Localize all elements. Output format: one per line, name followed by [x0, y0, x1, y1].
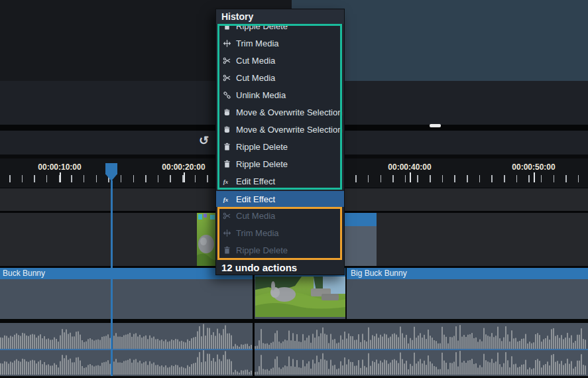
undo-count-label: 12 undo actions [216, 260, 344, 276]
ruler-tick [467, 175, 468, 182]
ruler-tick [528, 175, 530, 182]
scissors-icon [222, 212, 231, 220]
ruler-tick [355, 175, 357, 182]
ruler-tick [479, 175, 481, 182]
history-item-label: Trim Media [236, 228, 279, 238]
ruler-tick [541, 175, 542, 182]
history-item-label: Ripple Delete [236, 159, 288, 169]
audio-clip[interactable] [255, 323, 588, 376]
history-item-edit-effect[interactable]: fxEdit Effect [216, 172, 344, 190]
ruler-tick [158, 175, 159, 182]
scissors-icon [222, 56, 231, 65]
ruler-major-tick [534, 172, 535, 182]
unlink-icon [222, 91, 231, 99]
ruler-tick [554, 175, 555, 182]
svg-text:fx: fx [223, 178, 228, 184]
history-item-cut-media[interactable]: Cut Media [216, 69, 344, 86]
ruler-tick [170, 175, 171, 182]
ruler-tick [121, 175, 122, 182]
channel-divider [255, 349, 588, 350]
undo-history-icon[interactable]: ↺ [199, 133, 209, 148]
ruler-timecode-label: 00:00:40:00 [388, 162, 431, 172]
ruler-tick [71, 175, 72, 182]
history-item-unlink-media[interactable]: Unlink Media [216, 86, 344, 103]
history-item-label: Trim Media [236, 38, 279, 48]
history-item-label: Ripple Delete [236, 142, 288, 152]
audio-clip[interactable] [0, 323, 253, 376]
ruler-timecode-label: 00:00:10:00 [38, 162, 81, 172]
ruler-tick [207, 175, 208, 182]
history-item-label: Cut Media [236, 73, 275, 83]
ruler-tick [133, 175, 135, 182]
ruler-tick [491, 175, 493, 182]
audio-track[interactable] [0, 323, 588, 376]
trim-icon [222, 229, 231, 237]
ruler-major-tick [60, 172, 61, 182]
trash-icon [222, 246, 231, 255]
ruler-tick [34, 175, 35, 182]
ruler-tick [46, 175, 48, 182]
clip-body[interactable] [0, 279, 253, 319]
ruler-tick [381, 175, 382, 182]
history-menu-title: History [216, 9, 344, 24]
history-item-label: Cut Media [236, 211, 275, 221]
scissors-icon [222, 74, 231, 82]
history-item-trim-media[interactable]: Trim Media [216, 224, 344, 241]
ruler-tick [442, 175, 443, 182]
history-item-edit-effect[interactable]: fxEdit Effect [216, 191, 344, 207]
channel-divider [0, 349, 253, 350]
ruler-tick [392, 175, 394, 182]
clip-body[interactable] [347, 279, 588, 319]
history-item-label: Cut Media [236, 56, 275, 66]
ruler-tick [195, 175, 196, 182]
history-item-label: Unlink Media [236, 90, 286, 100]
ruler-tick [22, 175, 23, 182]
ruler-tick [430, 175, 431, 182]
history-item-label: Ripple Delete [236, 245, 288, 255]
history-item-cut-media[interactable]: Cut Media [216, 52, 344, 69]
ruler-tick [96, 175, 97, 182]
ruler-tick [368, 175, 369, 182]
ruler-tick [145, 175, 147, 182]
ruler-tick [504, 175, 505, 182]
ruler-tick [516, 175, 518, 182]
divider-drag-handle[interactable] [430, 124, 441, 127]
history-item-ripple-delete[interactable]: Ripple Delete [216, 155, 344, 172]
clip-thumbnail [197, 213, 217, 266]
ruler-major-tick [184, 172, 185, 182]
fx-icon: fx [222, 177, 231, 186]
hand-icon [222, 125, 231, 134]
ruler-tick [417, 175, 418, 182]
history-item-label: Move & Overwrite Selection [236, 125, 342, 135]
svg-text:fx: fx [223, 196, 228, 202]
history-item-trim-media[interactable]: Trim Media [216, 34, 344, 52]
ruler-tick [578, 175, 579, 182]
ruler-timecode-label: 00:00:20:00 [162, 162, 205, 172]
clip-thumbnail [255, 277, 345, 317]
history-item-label: Edit Effect [236, 194, 275, 204]
ruler-tick [565, 175, 567, 182]
history-item-move-overwrite-selection[interactable]: Move & Overwrite Selection [216, 103, 344, 121]
trash-icon [222, 160, 231, 168]
ruler-timecode-label: 00:00:50:00 [512, 162, 555, 172]
fx-icon: fx [222, 195, 231, 204]
ruler-tick [9, 175, 11, 182]
ruler-major-tick [410, 172, 411, 182]
ruler-tick [84, 175, 85, 182]
history-item-cut-media[interactable]: Cut Media [216, 207, 344, 224]
clip-title-bar[interactable]: Big Buck Bunny [347, 268, 588, 279]
history-menu-list: Ripple DeleteTrim MediaCut MediaCut Medi… [216, 17, 344, 259]
history-item-label: Edit Effect [236, 176, 275, 186]
trash-icon [222, 143, 231, 151]
ruler-tick [405, 175, 406, 182]
history-item-move-overwrite-selection[interactable]: Move & Overwrite Selection [216, 121, 344, 138]
history-item-ripple-delete[interactable]: Ripple Delete [216, 241, 344, 259]
hand-icon [222, 108, 231, 117]
ruler-tick [454, 175, 455, 182]
trim-icon [222, 39, 231, 48]
video-editor-window: 0:00:00:01 ] 0x 1+2 ↺ + 00:00:10:0000:00… [0, 0, 588, 378]
history-menu: History Ripple DeleteTrim MediaCut Media… [215, 9, 345, 275]
playhead-line [111, 180, 113, 376]
history-item-ripple-delete[interactable]: Ripple Delete [216, 138, 344, 155]
history-item-label: Move & Overwrite Selection [236, 107, 342, 117]
